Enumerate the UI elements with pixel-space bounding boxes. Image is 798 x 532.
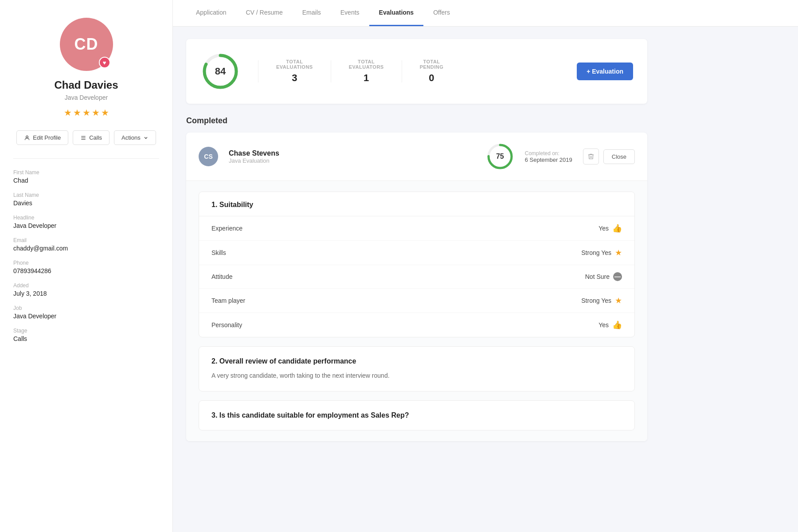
attitude-row: Attitude Not Sure — <box>199 265 634 289</box>
completed-info: Completed on: 6 September 2019 <box>525 150 572 163</box>
added-field: Added July 3, 2018 <box>13 282 159 297</box>
personality-thumbs-icon: 👍 <box>612 320 622 330</box>
tab-application[interactable]: Application <box>186 0 236 26</box>
evaluator-avatar: CS <box>199 147 218 166</box>
personality-row: Personality Yes 👍 <box>199 313 634 337</box>
edit-profile-button[interactable]: Edit Profile <box>16 130 68 145</box>
total-pending-stat: TOTALPENDING 0 <box>420 59 444 84</box>
tab-emails[interactable]: Emails <box>293 0 331 26</box>
first-name-field: First Name Chad <box>13 169 159 184</box>
star-1: ★ <box>64 107 72 118</box>
thumbs-up-icon: 👍 <box>612 223 622 233</box>
evaluator-name: Chase Stevens <box>229 149 475 157</box>
avatar-wrap: CD ♥ <box>60 18 113 71</box>
eval-body: 1. Suitability Experience Yes 👍 Skills <box>186 181 647 441</box>
list-icon <box>80 135 86 141</box>
phone-field: Phone 07893944286 <box>13 260 159 274</box>
profile-fields: First Name Chad Last Name Davies Headlin… <box>13 169 159 350</box>
suitability-section: 1. Suitability Experience Yes 👍 Skills <box>199 192 635 337</box>
chevron-down-icon <box>143 135 149 141</box>
delete-eval-button[interactable] <box>583 149 599 164</box>
evaluator-score-circle: 75 <box>486 142 514 171</box>
stats-card: 84 TOTALEVALUATIONS 3 TOTALEVALUATORS 1 … <box>186 39 647 104</box>
total-evaluators-stat: TOTALEVALUATORS 1 <box>349 59 384 84</box>
tab-events[interactable]: Events <box>331 0 369 26</box>
stat-divider-2 <box>331 60 331 82</box>
candidate-title: Java Developer <box>65 94 108 101</box>
skills-star-icon: ★ <box>615 248 622 258</box>
svg-point-0 <box>26 136 28 138</box>
star-4: ★ <box>92 107 100 118</box>
stat-divider-3 <box>402 60 402 82</box>
evaluator-score-number: 75 <box>496 153 504 160</box>
evaluation-card: CS Chase Stevens Java Evaluation 75 Comp… <box>186 133 647 441</box>
star-2: ★ <box>73 107 81 118</box>
section3-title: 3. Is this candidate suitable for employ… <box>211 411 622 419</box>
skills-row: Skills Strong Yes ★ <box>199 241 634 265</box>
suitability-title: 1. Suitability <box>199 192 634 216</box>
sidebar: CD ♥ Chad Davies Java Developer ★ ★ ★ ★ … <box>0 0 173 532</box>
star-3: ★ <box>82 107 90 118</box>
stage-field: Stage Calls <box>13 328 159 342</box>
team-star-icon: ★ <box>615 296 622 305</box>
tabs-bar: Application CV / Resume Emails Events Ev… <box>173 0 798 27</box>
evaluator-header: CS Chase Stevens Java Evaluation 75 Comp… <box>186 133 647 181</box>
overall-review-title: 2. Overall review of candidate performan… <box>211 357 622 365</box>
actions-button[interactable]: Actions <box>114 130 156 145</box>
eval-actions: Close <box>583 149 635 164</box>
evaluator-info: Chase Stevens Java Evaluation <box>229 149 475 164</box>
tab-evaluations[interactable]: Evaluations <box>369 0 424 26</box>
headline-field: Headline Java Developer <box>13 215 159 229</box>
completed-section: Completed CS Chase Stevens Java Evaluati… <box>186 116 647 441</box>
star-5: ★ <box>101 107 109 118</box>
neutral-icon: — <box>613 272 622 281</box>
overall-score-number: 84 <box>215 66 226 77</box>
star-rating: ★ ★ ★ ★ ★ <box>64 107 109 118</box>
action-buttons: Edit Profile Calls Actions <box>16 130 156 145</box>
total-evaluations-stat: TOTALEVALUATIONS 3 <box>276 59 313 84</box>
heart-badge: ♥ <box>99 57 110 68</box>
email-field: Email chaddy@gmail.com <box>13 237 159 252</box>
calls-button[interactable]: Calls <box>73 130 110 145</box>
evaluator-role: Java Evaluation <box>229 157 475 164</box>
divider <box>13 158 159 159</box>
add-evaluation-button[interactable]: + Evaluation <box>577 63 633 80</box>
team-player-row: Team player Strong Yes ★ <box>199 289 634 313</box>
tab-offers[interactable]: Offers <box>423 0 460 26</box>
completed-section-title: Completed <box>186 116 647 125</box>
last-name-field: Last Name Davies <box>13 192 159 207</box>
stat-divider-1 <box>258 60 258 82</box>
trash-icon <box>587 153 595 160</box>
overall-score-circle: 84 <box>200 51 240 91</box>
section3: 3. Is this candidate suitable for employ… <box>199 400 635 430</box>
close-eval-button[interactable]: Close <box>603 149 635 164</box>
overall-review-section: 2. Overall review of candidate performan… <box>199 346 635 391</box>
job-field: Job Java Developer <box>13 305 159 320</box>
candidate-name: Chad Davies <box>54 79 118 91</box>
evaluations-content: 84 TOTALEVALUATIONS 3 TOTALEVALUATORS 1 … <box>173 27 661 454</box>
tab-cv-resume[interactable]: CV / Resume <box>236 0 293 26</box>
experience-row: Experience Yes 👍 <box>199 216 634 241</box>
overall-review-content: A very strong candidate, worth taking to… <box>211 371 622 380</box>
person-icon <box>24 135 30 141</box>
main-content: Application CV / Resume Emails Events Ev… <box>173 0 798 532</box>
